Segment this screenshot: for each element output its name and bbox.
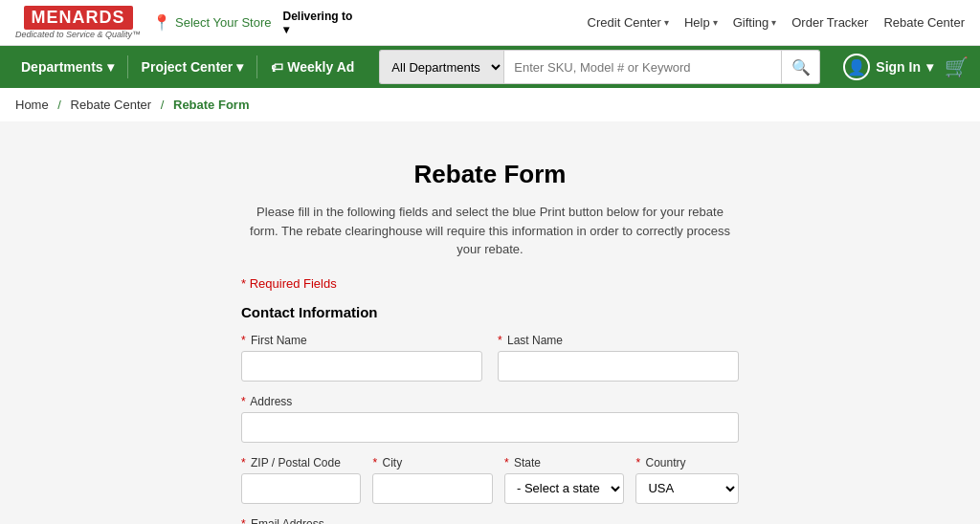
logo-text: MENARDS [24,6,133,30]
first-name-label: * First Name [241,334,482,347]
contact-info-title: Contact Information [241,304,739,320]
top-bar: MENARDS Dedicated to Service & Quality™ … [0,0,980,46]
city-field: * City [372,456,492,504]
project-center-label: Project Center [142,59,234,75]
location-row: * ZIP / Postal Code * City * State - Sel [241,456,739,504]
chevron-down-icon: ▾ [771,17,776,28]
required-star: * [241,517,246,525]
city-label: * City [372,456,492,469]
email-row: * Email Address [241,517,739,525]
breadcrumb-home[interactable]: Home [15,98,49,112]
weekly-ad-nav-item[interactable]: 🏷 Weekly Ad [261,46,364,88]
top-bar-left: MENARDS Dedicated to Service & Quality™ … [15,6,352,39]
sign-in-area: 👤 Sign In ▾ 🛒 [843,54,969,80]
address-label: * Address [241,395,739,408]
help-link[interactable]: Help ▾ [684,15,718,30]
cart-icon[interactable]: 🛒 [945,55,969,78]
weekly-ad-label: Weekly Ad [287,59,354,75]
form-description: Please fill in the following fields and … [241,203,739,259]
state-label: * State [504,456,624,469]
last-name-field: * Last Name [498,334,739,382]
country-field: * Country USA [635,456,739,504]
sign-in-chevron-icon: ▾ [926,59,933,75]
search-icon: 🔍 [791,58,811,76]
departments-label: Departments [21,59,103,75]
weekly-ad-icon: 🏷 [271,60,283,75]
state-field: * State - Select a state - [504,456,624,504]
required-star: * [241,456,246,469]
search-area: All Departments 🔍 [379,50,820,84]
zip-label: * ZIP / Postal Code [241,456,361,469]
chevron-down-icon: ▾ [664,17,669,28]
breadcrumb-separator-1: / [57,98,61,112]
sign-in-label: Sign In [876,59,921,75]
last-name-label: * Last Name [498,334,739,347]
project-center-nav-item[interactable]: Project Center ▾ [132,46,254,88]
email-label: * Email Address [241,517,739,525]
departments-nav-item[interactable]: Departments ▾ [11,46,123,88]
zip-input[interactable] [241,473,361,504]
address-input[interactable] [241,412,739,443]
breadcrumb: Home / Rebate Center / Rebate Form [0,88,980,121]
address-field: * Address [241,395,739,443]
required-star: * [498,334,502,347]
account-icon: 👤 [843,54,870,80]
country-select[interactable]: USA [635,473,739,504]
first-name-input[interactable] [241,351,482,382]
logo-tagline: Dedicated to Service & Quality™ [15,30,141,39]
required-star: * [635,456,640,469]
breadcrumb-separator-2: / [161,98,165,112]
breadcrumb-rebate-center[interactable]: Rebate Center [71,98,152,112]
city-input[interactable] [372,473,492,504]
zip-field: * ZIP / Postal Code [241,456,361,504]
required-star: * [372,456,377,469]
required-star: * [504,456,509,469]
departments-chevron-icon: ▾ [107,59,114,75]
order-tracker-link[interactable]: Order Tracker [791,15,868,30]
delivering-label: Delivering to [283,10,353,23]
department-select[interactable]: All Departments [379,50,503,84]
rebate-form-container: Rebate Form Please fill in the following… [212,141,768,524]
location-icon: 📍 [152,13,171,32]
address-row: * Address [241,395,739,443]
email-field: * Email Address [241,517,739,525]
breadcrumb-current: Rebate Form [173,98,249,112]
first-name-field: * First Name [241,334,482,382]
main-content: Rebate Form Please fill in the following… [0,121,980,524]
store-selector[interactable]: 📍 Select Your Store [152,13,271,32]
main-nav: Departments ▾ Project Center ▾ 🏷 Weekly … [0,46,980,88]
credit-center-link[interactable]: Credit Center ▾ [588,15,669,30]
delivering-arrow: ▾ [283,23,353,36]
form-title: Rebate Form [241,160,739,189]
country-label: * Country [635,456,739,469]
state-select[interactable]: - Select a state - [504,473,624,504]
delivering-to[interactable]: Delivering to ▾ [283,10,353,36]
project-center-chevron-icon: ▾ [236,59,243,75]
store-selector-label: Select Your Store [175,15,271,30]
chevron-down-icon: ▾ [713,17,718,28]
logo[interactable]: MENARDS Dedicated to Service & Quality™ [15,6,141,39]
nav-divider-2 [256,55,257,78]
rebate-center-link[interactable]: Rebate Center [883,15,965,30]
last-name-input[interactable] [498,351,739,382]
top-bar-right: Credit Center ▾ Help ▾ Gifting ▾ Order T… [588,15,965,30]
required-note: * Required Fields [241,276,739,291]
required-star: * [241,395,246,408]
required-star: * [241,334,246,347]
search-input[interactable] [503,50,782,84]
gifting-link[interactable]: Gifting ▾ [733,15,777,30]
nav-divider [127,55,128,78]
sign-in-button[interactable]: 👤 Sign In ▾ [843,54,933,80]
search-button[interactable]: 🔍 [782,50,820,84]
name-row: * First Name * Last Name [241,334,739,382]
